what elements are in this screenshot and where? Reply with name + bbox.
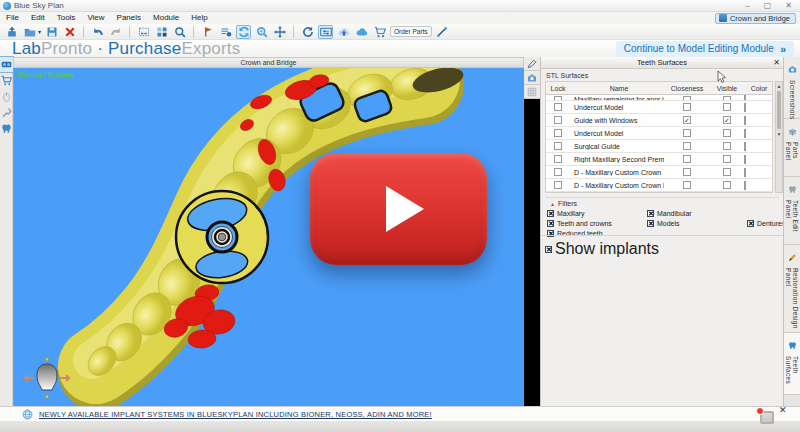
visible-checkbox[interactable] [723,103,731,111]
visible-checkbox[interactable] [723,155,731,163]
filter-checkbox[interactable]: ✕ [647,210,654,217]
cloud-icon[interactable] [354,25,369,39]
panel-layout-icon[interactable] [136,25,151,39]
closeness-checkbox[interactable] [683,129,691,137]
filter-item-maxillary[interactable]: ✕Maxillary [547,210,647,217]
toolbar-separator [193,26,194,38]
visible-checkbox[interactable] [723,168,731,176]
menu-item-view[interactable]: View [81,12,110,24]
closeness-checkbox[interactable] [683,181,691,189]
order-parts-label[interactable]: Order Parts [390,26,432,37]
stereo-view-icon[interactable] [0,57,13,72]
mouse-icon[interactable] [0,89,13,104]
module-selector-button[interactable]: Crown and Bridge [715,13,796,24]
color-swatch[interactable] [744,168,746,177]
delete-icon[interactable] [62,25,77,39]
visible-checkbox[interactable] [723,129,731,137]
open-folder-icon[interactable] [22,25,37,39]
closeness-checkbox[interactable] [683,155,691,163]
youtube-play-button[interactable] [310,153,487,265]
panel-close-icon[interactable]: ✕ [773,57,780,68]
close-button[interactable]: ✕ [785,0,792,12]
scroll-down-icon[interactable]: ▼ [776,130,782,138]
lock-checkbox[interactable] [554,116,562,124]
color-swatch[interactable] [744,103,746,112]
menu-item-help[interactable]: Help [185,12,213,24]
tab-teeth-surfaces[interactable]: Teeth Surfaces [784,333,800,395]
camera-icon[interactable] [524,71,540,85]
scrollbar-thumb[interactable] [777,91,781,129]
lock-checkbox[interactable] [554,142,562,150]
filter-item-models[interactable]: ✕Models [647,220,747,227]
visible-checkbox[interactable] [723,181,731,189]
filter-item-teeth-and-crowns[interactable]: ✕Teeth and crowns [547,220,647,227]
tab-restoration-design-panel[interactable]: Restoration Design Panel [784,245,800,333]
menu-item-tools[interactable]: Tools [51,12,82,24]
minimize-button[interactable]: – [745,0,749,12]
pan-icon[interactable] [272,25,287,39]
sync-icon[interactable] [236,25,251,39]
filter-checkbox[interactable]: ✕ [547,210,554,217]
orientation-widget[interactable] [20,356,74,400]
dropdown-caret-icon[interactable]: ▾ [38,28,41,35]
save-icon[interactable] [44,25,59,39]
lock-checkbox[interactable] [554,103,562,111]
tab-screenshots[interactable]: Screenshots [784,57,800,119]
lock-checkbox[interactable] [554,129,562,137]
filter-item-dentures[interactable]: ✕Dentures [747,220,785,227]
closeness-checkbox[interactable]: ✓ [683,116,691,124]
filter-item-mandibular[interactable]: ✕Mandibular [647,210,747,217]
color-swatch[interactable] [744,116,746,125]
zoom-icon[interactable] [254,25,269,39]
module-grid-icon[interactable] [154,25,169,39]
scroll-up-icon[interactable]: ▲ [776,82,782,90]
pen-icon[interactable] [524,57,540,71]
filter-checkbox[interactable]: ✕ [547,220,554,227]
grid-icon[interactable] [524,85,540,99]
handpiece-icon[interactable] [0,105,13,120]
color-swatch[interactable] [744,181,746,190]
filters-header[interactable]: ▴ Filters [545,197,779,210]
tab-teeth-edit-panel[interactable]: Teeth Edit Panel [784,177,800,245]
filter-checkbox[interactable]: ✕ [647,220,654,227]
pin-tool-icon[interactable] [200,25,215,39]
menu-item-edit[interactable]: Edit [25,12,51,24]
continue-to-model-editing-link[interactable]: Continue to Model Editing Module » [616,41,794,57]
undo-icon[interactable] [90,25,105,39]
lock-checkbox[interactable] [554,181,562,189]
menu-item-file[interactable]: File [0,12,25,24]
import-model-icon[interactable] [4,25,19,39]
color-swatch[interactable] [744,129,746,138]
lock-checkbox[interactable] [554,155,562,163]
cloud-upload-icon[interactable] [336,25,351,39]
visible-checkbox[interactable] [723,142,731,150]
news-ticker-link[interactable]: NEWLY AVAILABLE IMPLANT SYSTEMS IN BLUES… [39,410,432,419]
search-icon[interactable] [172,25,187,39]
notification-tray-icon[interactable] [760,411,774,424]
color-swatch[interactable] [744,155,746,164]
show-implants-checkbox[interactable]: ✕ [545,246,552,253]
measure-icon[interactable] [435,25,450,39]
list-settings-icon[interactable] [218,25,233,39]
redo-icon[interactable] [108,25,123,39]
cart-icon[interactable] [0,73,13,88]
closeness-checkbox[interactable] [683,103,691,111]
menu-item-module[interactable]: Module [147,12,185,24]
color-swatch[interactable] [744,142,746,151]
menu-item-panels[interactable]: Panels [111,12,147,24]
maximize-button[interactable]: ▢ [764,0,772,12]
display-settings-icon[interactable] [318,25,333,39]
rotate-icon[interactable] [300,25,315,39]
visible-checkbox[interactable]: ✓ [723,116,731,124]
table-scrollbar[interactable]: ▲ ▼ [775,81,783,193]
filter-checkbox[interactable]: ✕ [747,220,754,227]
show-implants-checkbox-item[interactable]: ✕ Show implants [545,240,784,258]
lock-checkbox[interactable] [554,168,562,176]
cart-icon[interactable] [372,25,387,39]
tab-parts-panel[interactable]: Parts Panel [784,119,800,177]
tooth-icon[interactable] [0,121,13,136]
closeness-checkbox[interactable] [683,142,691,150]
closeness-checkbox[interactable] [683,168,691,176]
notification-close-icon[interactable]: ✕ [779,405,787,415]
viewport-canvas-3d[interactable]: Roman*Nathaly [13,68,524,406]
